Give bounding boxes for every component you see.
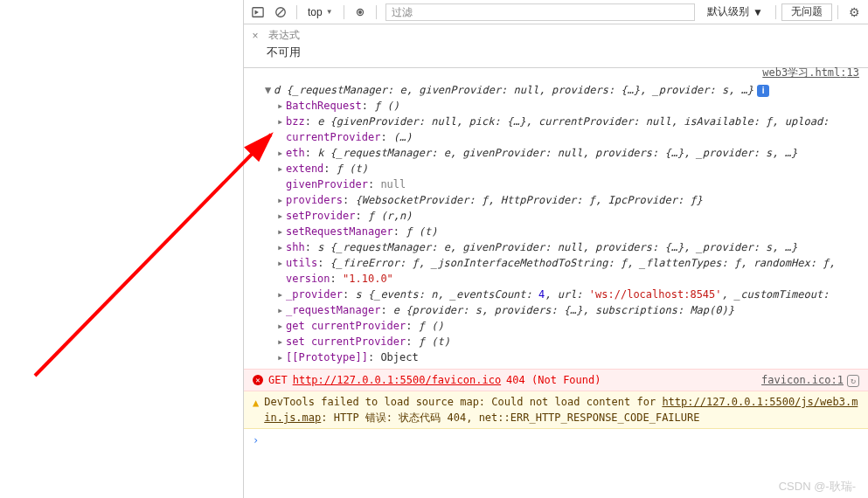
expand-arrow-icon[interactable]: ▸ [277,208,286,224]
expand-arrow-icon[interactable]: ▸ [277,255,286,271]
error-url-link[interactable]: http://127.0.0.1:5500/favicon.ico [293,372,501,388]
console-toolbar: top▼ 默认级别▼ 无问题 ⚙ [244,0,868,24]
expand-arrow-icon[interactable]: ▸ [277,334,286,349]
tree-property[interactable]: ▸_provider: s {_events: n, _eventsCount:… [265,287,859,302]
log-level-selector[interactable]: 默认级别▼ [700,4,770,19]
error-method: GET [268,372,288,388]
console-prompt[interactable]: › [244,429,868,452]
watermark: CSDN @-耿瑞- [779,479,856,495]
svg-line-5 [35,135,271,376]
close-watch-button[interactable]: × [249,30,261,42]
watch-title: 表达式 [268,28,300,43]
level-label: 默认级别 [707,4,749,19]
tree-property[interactable]: version: "1.10.0" [265,271,859,287]
watch-unavailable: 不可用 [249,43,863,60]
separator [837,5,838,19]
console-warn-row: ▲ DevTools failed to load source map: Co… [244,391,868,429]
expand-arrow-icon[interactable]: ▸ [277,98,286,114]
source-link[interactable]: web3学习.html:13 [244,63,868,82]
expand-arrow-icon[interactable]: ▸ [277,302,286,318]
clear-console-button[interactable] [270,3,291,22]
chevron-down-icon: ▼ [753,6,763,18]
expand-arrow-icon[interactable]: ▸ [277,145,286,161]
tree-property[interactable]: ▸_requestManager: e {provider: s, provid… [265,302,859,318]
warning-icon: ▲ [253,395,259,425]
expand-arrow-icon[interactable]: ▸ [277,224,286,239]
tree-property[interactable]: ▸[[Prototype]]: Object [265,349,859,365]
tree-property[interactable]: currentProvider: (…) [265,129,859,145]
expand-arrow-icon[interactable]: ▸ [277,318,286,334]
tree-property[interactable]: ▸set currentProvider: ƒ (t) [265,334,859,349]
tree-property[interactable]: ▸extend: ƒ (t) [265,161,859,176]
reload-icon[interactable]: ↻ [847,375,859,387]
devtools-console-panel: top▼ 默认级别▼ 无问题 ⚙ × 表达式 不可用 web3学习.html:1… [243,0,868,498]
object-tree: ▼d {_requestManager: e, givenProvider: n… [244,82,868,369]
tree-root[interactable]: ▼d {_requestManager: e, givenProvider: n… [265,82,859,98]
toggle-sidebar-button[interactable] [247,3,268,22]
issues-button[interactable]: 无问题 [781,3,832,21]
tree-property[interactable]: ▸providers: {WebsocketProvider: ƒ, HttpP… [265,192,859,208]
error-source-link[interactable]: favicon.ico:1 [761,374,844,386]
svg-line-2 [278,9,284,15]
info-icon[interactable]: i [757,85,769,97]
expand-arrow-icon[interactable]: ▸ [277,161,286,176]
expand-arrow-icon[interactable]: ▸ [277,114,286,129]
tree-property[interactable]: givenProvider: null [265,176,859,192]
context-label: top [308,6,323,18]
expand-arrow-icon[interactable]: ▸ [277,349,286,365]
tree-property[interactable]: ▸get currentProvider: ƒ () [265,318,859,334]
tree-property[interactable]: ▸setRequestManager: ƒ (t) [265,224,859,239]
separator [344,5,344,19]
console-output: web3学习.html:13 ▼d {_requestManager: e, g… [244,63,868,498]
error-status: 404 (Not Found) [506,372,601,388]
expand-arrow-icon[interactable]: ▸ [277,287,286,302]
expand-arrow-icon[interactable]: ▸ [277,239,286,255]
watch-section: × 表达式 不可用 [244,24,868,68]
expand-arrow-icon[interactable]: ▼ [265,82,274,98]
tree-property[interactable]: ▸BatchRequest: ƒ () [265,98,859,114]
separator [376,5,377,19]
warning-text: DevTools failed to load source map: Coul… [264,394,859,425]
separator [296,5,297,19]
context-selector[interactable]: top▼ [302,6,338,18]
tree-property[interactable]: ▸eth: k {_requestManager: e, givenProvid… [265,145,859,161]
settings-button[interactable]: ⚙ [844,3,865,22]
svg-point-4 [358,10,361,13]
tree-property[interactable]: ▸shh: s {_requestManager: e, givenProvid… [265,239,859,255]
separator [775,5,776,19]
tree-property[interactable]: ▸setProvider: ƒ (r,n) [265,208,859,224]
error-icon: ✕ [253,375,263,385]
tree-property[interactable]: ▸bzz: e {givenProvider: null, pick: {…},… [265,114,859,129]
tree-property[interactable]: ▸utils: {_fireError: ƒ, _jsonInterfaceMe… [265,255,859,271]
filter-input[interactable] [385,3,696,21]
chevron-down-icon: ▼ [326,8,333,16]
live-expression-button[interactable] [350,3,371,22]
console-error-row: ✕ GET http://127.0.0.1:5500/favicon.ico … [244,369,868,391]
expand-arrow-icon[interactable]: ▸ [277,192,286,208]
